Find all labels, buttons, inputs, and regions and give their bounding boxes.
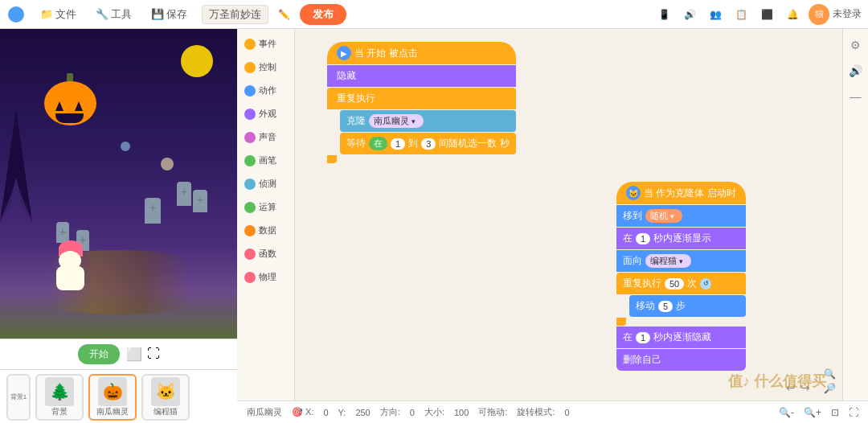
y-label: Y: — [338, 408, 346, 417]
cat-dot-sensing — [244, 179, 256, 190]
stage-controls: ⬜ ⛶ — [126, 347, 160, 362]
cat-dot-motion — [244, 85, 256, 97]
size-label: 大小: — [424, 406, 444, 418]
disappear-input[interactable]: 1 — [636, 332, 650, 343]
appear-input[interactable]: 1 — [636, 233, 650, 244]
avatar: 猫 — [809, 4, 829, 25]
toolbar-right: 📱 🔊 👥 📋 ⬛ 🔔 猫 未登录 — [654, 4, 862, 25]
tool-audio[interactable]: 🔊 — [846, 61, 866, 80]
block-repeat2-close — [616, 318, 626, 326]
block-wait-wrapper: 等待 在 1 到 3 间随机选一数 秒 — [340, 133, 516, 154]
fit-screen[interactable]: ⛶ — [849, 407, 858, 418]
repeat-input[interactable]: 50 — [665, 278, 684, 290]
cat-functions[interactable]: 函数 — [240, 243, 292, 265]
cat-dot-pen — [244, 155, 256, 166]
file-icon: 📁 — [40, 8, 53, 20]
stage-bottom: 开始 ⬜ ⛶ — [0, 339, 237, 369]
play-icon: ▶ — [337, 46, 351, 60]
edit-icon: ✏️ — [278, 9, 290, 20]
block-appear[interactable]: 在 1 秒内逐渐显示 — [616, 228, 746, 249]
block-repeat-close — [327, 155, 337, 163]
cat-operators[interactable]: 运算 — [240, 196, 292, 218]
moveto-dropdown[interactable]: 随机 ▾ — [645, 209, 682, 223]
tree-decoration — [0, 109, 32, 222]
cat-dot-physics — [244, 272, 256, 283]
cat-pen[interactable]: 画笔 — [240, 150, 292, 171]
bell-icon[interactable]: 🔔 — [783, 5, 802, 24]
cat-sensing[interactable]: 侦测 — [240, 173, 292, 195]
mobile-icon[interactable]: 📱 — [654, 5, 674, 24]
sprite-thumb-1[interactable]: 🎃 南瓜幽灵 — [88, 374, 137, 421]
clipboard-icon[interactable]: 📋 — [731, 5, 751, 24]
block-move[interactable]: 移动 5 步 — [629, 295, 746, 317]
zoom-reset[interactable]: ⊡ — [831, 407, 839, 418]
rotate-label: 旋转模式: — [517, 406, 555, 418]
project-name[interactable]: 万圣前妙连 — [202, 5, 268, 24]
y-value: 250 — [355, 408, 370, 417]
zoom-minus[interactable]: 🔍- — [779, 407, 794, 418]
wait-input-in[interactable]: 在 — [369, 137, 387, 150]
start-button[interactable]: 开始 — [78, 344, 120, 364]
tool-lines[interactable]: — — [846, 87, 866, 106]
block-repeat2[interactable]: 重复执行 50 次 ↺ — [616, 273, 746, 294]
block-delete[interactable]: 删除自己 — [616, 349, 746, 371]
wait-input-3[interactable]: 3 — [421, 138, 436, 150]
cat-motion[interactable]: 动作 — [240, 80, 292, 101]
block-repeat[interactable]: 重复执行 — [327, 88, 516, 109]
rotate-value: 0 — [564, 408, 569, 417]
cat-control[interactable]: 控制 — [240, 56, 292, 78]
blocks-sidebar: 事件 控制 动作 外观 声音 画笔 — [237, 29, 295, 423]
sprite-thumb-0[interactable]: 🌲 背景 — [35, 374, 84, 421]
block-disappear[interactable]: 在 1 秒内逐渐隐藏 — [616, 326, 746, 348]
fullscreen-stage-icon[interactable]: ⛶ — [147, 347, 160, 362]
cat-event[interactable]: 事件 — [240, 33, 292, 55]
block-clone[interactable]: 克隆 南瓜幽灵 ▾ — [340, 110, 516, 132]
block-moveto[interactable]: 移到 随机 ▾ — [616, 205, 746, 227]
code-area: ▶ 当 开始 被点击 隐藏 重复执行 克隆 南瓜幽灵 ▾ 等待 — [295, 29, 842, 423]
menu-file[interactable]: 📁 文件 — [35, 6, 81, 23]
blocks-wrapper: 事件 控制 动作 外观 声音 画笔 — [237, 29, 868, 423]
group-icon[interactable]: 👥 — [706, 5, 725, 24]
cat-data[interactable]: 数据 — [240, 220, 292, 241]
cat-dot-control — [244, 62, 256, 73]
hat-block-1[interactable]: ▶ 当 开始 被点击 — [327, 42, 516, 64]
cat-dot-sound — [244, 132, 256, 143]
zoom-plus[interactable]: 🔍+ — [804, 407, 821, 418]
cat-dot-event — [244, 39, 256, 50]
direction-label: 方向: — [380, 406, 400, 418]
size-value: 100 — [454, 408, 469, 417]
publish-button[interactable]: 发布 — [300, 4, 346, 25]
cat-looks[interactable]: 外观 — [240, 103, 292, 125]
tools-icon: 🔧 — [96, 8, 108, 20]
block-hide[interactable]: 隐藏 — [327, 65, 516, 87]
app-logo[interactable] — [6, 5, 26, 24]
sprite-name-label: 南瓜幽灵 — [247, 406, 282, 418]
stage-thumb[interactable]: 背景1 — [6, 374, 31, 421]
script-1: ▶ 当 开始 被点击 隐藏 重复执行 克隆 南瓜幽灵 ▾ 等待 — [327, 42, 516, 163]
block-wait[interactable]: 等待 在 1 到 3 间随机选一数 秒 — [340, 133, 516, 154]
loop-icon: ↺ — [700, 278, 711, 290]
faceto-dropdown[interactable]: 编程猫 ▾ — [645, 254, 691, 268]
cat-dot-operators — [244, 202, 256, 213]
menu-save[interactable]: 💾 保存 — [146, 6, 192, 23]
audio-icon[interactable]: 🔊 — [680, 5, 699, 24]
hat-block-2[interactable]: 🐱 当 作为克隆体 启动时 — [616, 182, 746, 204]
expand-icon[interactable]: ⬜ — [126, 347, 142, 362]
clone-dropdown[interactable]: 南瓜幽灵 ▾ — [369, 114, 424, 128]
sprite-thumb-2[interactable]: 🐱 编程猫 — [141, 374, 190, 421]
cat-physics[interactable]: 物理 — [240, 266, 292, 288]
save-icon: 💾 — [151, 8, 164, 20]
cat-sound[interactable]: 声音 — [240, 126, 292, 148]
menu-tools[interactable]: 🔧 工具 — [91, 6, 137, 23]
user-button[interactable]: 猫 未登录 — [809, 4, 862, 25]
cat-dot-looks — [244, 109, 256, 120]
fullscreen-icon[interactable]: ⬛ — [757, 5, 776, 24]
pumpkin-sprite — [44, 73, 100, 125]
right-tools: ⚙ 🔊 — — [842, 29, 868, 423]
spirit-1 — [161, 158, 174, 170]
tool-settings[interactable]: ⚙ — [846, 35, 866, 55]
block-faceto[interactable]: 面向 编程猫 ▾ — [616, 250, 746, 272]
wait-input-1[interactable]: 1 — [391, 138, 405, 150]
move-input[interactable]: 5 — [658, 301, 673, 312]
status-bar: 南瓜幽灵 🎯 X: 0 Y: 250 方向: 0 大小: 100 可拖动: 旋转… — [237, 400, 868, 423]
